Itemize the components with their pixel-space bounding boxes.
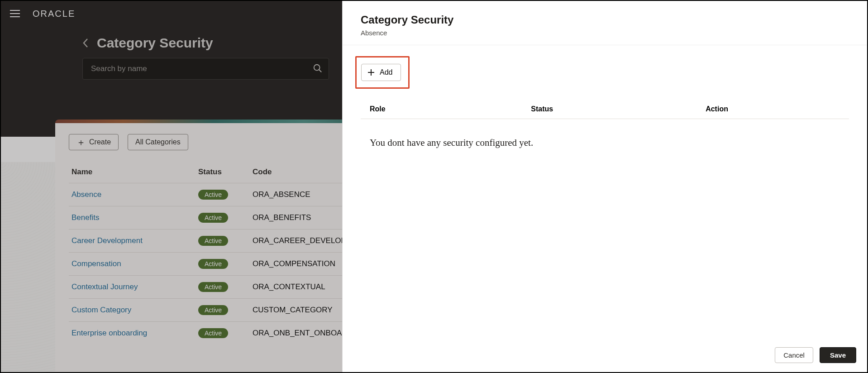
create-label: Create: [89, 138, 111, 146]
panel-title: Category Security: [361, 14, 849, 26]
category-link[interactable]: Enterprise onboarding: [72, 329, 147, 337]
category-link[interactable]: Custom Category: [72, 306, 131, 314]
svg-line-1: [319, 70, 322, 72]
svg-point-0: [314, 65, 320, 71]
back-icon[interactable]: [82, 38, 89, 48]
add-label: Add: [380, 68, 392, 77]
status-badge: Active: [198, 236, 228, 246]
category-link[interactable]: Career Development: [72, 236, 143, 245]
page-title: Category Security: [97, 35, 213, 51]
status-badge: Active: [198, 328, 228, 338]
plus-icon: [367, 68, 375, 77]
category-link[interactable]: Benefits: [72, 213, 99, 222]
panel-col-action: Action: [706, 105, 840, 113]
category-link[interactable]: Absence: [72, 190, 101, 199]
menu-icon[interactable]: [10, 7, 23, 20]
col-name: Name: [69, 163, 196, 183]
status-badge: Active: [198, 282, 228, 292]
cancel-button[interactable]: Cancel: [775, 347, 813, 363]
plus-icon: ＋: [76, 138, 86, 147]
col-status: Status: [196, 163, 250, 183]
search-input[interactable]: [82, 58, 329, 80]
status-badge: Active: [198, 213, 228, 223]
brand-logo: ORACLE: [33, 9, 75, 19]
search-icon[interactable]: [313, 63, 323, 73]
category-link[interactable]: Contextual Journey: [72, 282, 138, 291]
status-badge: Active: [198, 190, 228, 200]
save-button[interactable]: Save: [820, 347, 856, 363]
add-highlight-box: Add: [355, 56, 410, 89]
all-categories-label: All Categories: [135, 138, 181, 146]
panel-col-status: Status: [531, 105, 706, 113]
all-categories-button[interactable]: All Categories: [128, 134, 188, 150]
panel-col-role: Role: [370, 105, 531, 113]
create-button[interactable]: ＋ Create: [69, 134, 119, 150]
side-panel: Category Security Absence Add Role Statu…: [342, 1, 867, 372]
category-link[interactable]: Compensation: [72, 259, 121, 268]
status-badge: Active: [198, 259, 228, 269]
panel-subtitle: Absence: [361, 29, 849, 37]
status-badge: Active: [198, 305, 228, 315]
add-button[interactable]: Add: [361, 64, 401, 81]
empty-state-message: You dont have any security configured ye…: [361, 119, 849, 167]
